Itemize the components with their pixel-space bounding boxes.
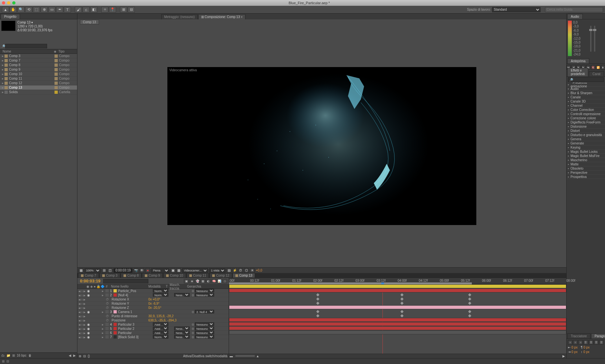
zoom-in-icon[interactable]: ▲ <box>256 354 259 358</box>
puppet-tool[interactable]: 📍 <box>109 7 116 13</box>
project-item[interactable]: ▸Comp 7Compo <box>0 58 77 63</box>
property-row[interactable]: ◀◇▶⏱Rotazione Y0x -6,9° <box>77 301 229 306</box>
bpc-label[interactable]: 16 bpc <box>17 354 26 357</box>
effects-panel-tab[interactable]: Effetti e predefiniti <box>567 68 588 76</box>
effect-category[interactable]: Perspective <box>567 171 605 175</box>
layer-bar[interactable] <box>229 305 566 309</box>
auto-keyframe[interactable]: ◇ <box>222 279 227 283</box>
scroll-right-icon[interactable]: ▶ <box>562 354 565 358</box>
timeline-tab[interactable]: Comp 7 <box>78 273 99 278</box>
timeline-tab[interactable]: Comp 10 <box>163 273 186 278</box>
resolution-select[interactable]: Piena <box>151 268 169 273</box>
effect-category[interactable]: Blur & Sharpen <box>567 91 605 95</box>
layer-bar[interactable] <box>229 326 566 330</box>
new-folder-icon[interactable]: 📁 <box>6 354 10 357</box>
justify-right[interactable]: ≣ <box>594 340 599 345</box>
tracker-panel-tab[interactable]: Tracciatore <box>567 333 590 339</box>
align-center[interactable]: ≡ <box>573 340 578 345</box>
flowchart-button[interactable]: ⬡ <box>244 268 249 273</box>
property-row[interactable]: ◀◇▶⏱Rotazione X0x +0,0° <box>77 297 229 301</box>
layer-row[interactable]: ◀◇▶ ◉ ▸ 2 [Null 4] Norm… Ness… ⊚ Nessuno <box>77 293 229 297</box>
close-window[interactable] <box>2 1 5 5</box>
rotate-tool[interactable]: ⟲ <box>25 7 32 13</box>
effect-category[interactable]: Distort <box>567 129 605 133</box>
layer-bar[interactable] <box>229 322 566 326</box>
roto-tool[interactable]: ✧ <box>101 7 108 13</box>
minimize-window[interactable] <box>7 1 10 5</box>
ram-preview-button[interactable]: ⏵ <box>601 65 605 70</box>
zoom-window[interactable] <box>12 1 15 5</box>
comp-name[interactable]: Comp 13 ▾ <box>17 21 52 25</box>
effect-category[interactable]: * Predefiniti animazione <box>567 83 605 87</box>
align-right[interactable]: ≡ <box>578 340 583 345</box>
exposure-value[interactable]: +0,0 <box>256 269 262 272</box>
align-left[interactable]: ≡ <box>568 340 572 345</box>
shape-tool[interactable]: ▭ <box>48 7 55 13</box>
effect-category[interactable]: Controlli espressione <box>567 112 605 116</box>
toggle-modes-icon[interactable]: ⊟ <box>83 354 86 358</box>
col-name[interactable]: Nome <box>3 50 54 53</box>
timeline-search[interactable] <box>103 279 148 283</box>
indent-first[interactable]: 0 px <box>583 346 590 349</box>
hide-shy[interactable]: 👻 <box>195 279 200 283</box>
pen-tool[interactable]: ✒ <box>56 7 63 13</box>
interpret-icon[interactable]: 🗀 <box>1 354 5 357</box>
motion-blur[interactable]: ◐ <box>206 279 211 283</box>
zoom-slider[interactable] <box>235 355 255 357</box>
layer-row[interactable]: ◀◇▶ ◉ ▸ 5 Particular 2 Aggi… Ness… ⊚ Nes… <box>77 327 229 331</box>
volume-left[interactable] <box>590 26 591 52</box>
layer-row[interactable]: ◀◇▶ ◉ ▸ 1 Particle_Pos Norm… ⊚ Nessuno <box>77 289 229 293</box>
views-select[interactable]: 1 vista <box>209 268 225 273</box>
pixel-aspect[interactable]: ▤ <box>227 268 231 273</box>
effect-category[interactable]: Canale 3D <box>567 99 605 103</box>
composition-canvas[interactable]: Videocamera attiva <box>167 67 476 225</box>
workspace-select[interactable]: Standard <box>492 7 541 12</box>
effect-category[interactable]: Magic Bullet MisFire <box>567 154 605 158</box>
layer-bar[interactable] <box>229 284 566 288</box>
effect-category[interactable]: Channel <box>567 103 605 108</box>
project-item[interactable]: ▸Comp 9Compo <box>0 67 77 72</box>
project-item[interactable]: ▸Comp 3Compo <box>0 54 77 58</box>
zoom-out-icon[interactable]: ▬ <box>230 354 233 358</box>
effect-category[interactable]: Prospettiva <box>567 175 605 179</box>
text-tool[interactable]: T <box>64 7 71 13</box>
clone-tool[interactable]: ⎌ <box>83 7 90 13</box>
camera-tool[interactable]: ⬚ <box>33 7 40 13</box>
justify-left[interactable]: ≣ <box>583 340 588 345</box>
property-row[interactable]: ◀◇▶⏱Posizione638,5, -35,6, -394,3 <box>77 318 229 322</box>
timeline-time[interactable]: 0:00:03:19 <box>79 279 102 283</box>
col-type[interactable]: Tipo <box>58 50 74 53</box>
layer-row[interactable]: ◀◇▶ ◉ ▸ 7 [Black Solid 3] Norm… Ness… ⊚ … <box>77 335 229 339</box>
space-after[interactable]: 0 px <box>583 350 590 354</box>
justify-all[interactable]: ≣ <box>599 340 604 345</box>
effect-category[interactable]: Disturbo e granulosità <box>567 133 605 137</box>
status-icon-2[interactable]: ⊟ <box>6 359 9 363</box>
hand-tool[interactable]: ✋ <box>10 7 17 13</box>
effect-category[interactable]: Correzione colore <box>567 116 605 120</box>
project-item[interactable]: ▸Comp 12Compo <box>0 81 77 85</box>
graph-editor[interactable]: 📊 <box>217 279 222 283</box>
timeline-tab[interactable]: Comp 13 <box>233 273 255 278</box>
eraser-tool[interactable]: ◧ <box>90 7 97 13</box>
project-item[interactable]: ▸Comp 13Compo <box>0 85 77 90</box>
indent-left[interactable]: 0 px <box>571 346 578 349</box>
preview-panel-tab[interactable]: Anteprima <box>567 58 589 64</box>
timeline-tab[interactable]: Comp 9 <box>142 273 163 278</box>
transparency-button[interactable]: ▦ <box>176 268 181 273</box>
timeline-tab[interactable]: Comp 8 <box>121 273 142 278</box>
audio-panel-tab[interactable]: Audio <box>567 14 583 19</box>
channel-button[interactable]: ● <box>145 268 150 273</box>
effect-category[interactable]: Keying <box>567 145 605 150</box>
effect-category[interactable]: Canale <box>567 95 605 99</box>
timeline-button[interactable]: ⏱ <box>238 268 243 273</box>
footage-tab[interactable]: Metraggio: (nessuno) <box>161 14 198 19</box>
effect-category[interactable]: Distorsione <box>567 124 605 129</box>
effect-category[interactable]: Mascherino <box>567 158 605 162</box>
layer-row[interactable]: ◀◇▶ ◉ ▸ 4 Particular 3 Aggi… ⊚ Nessuno <box>77 322 229 327</box>
layer-bar[interactable] <box>229 318 566 322</box>
grid-toggle[interactable]: ⊟ <box>128 7 135 13</box>
comp-subtab[interactable]: Comp 13 <box>80 20 99 25</box>
help-search[interactable] <box>545 7 603 12</box>
exposure-reset[interactable]: ☀ <box>250 268 254 273</box>
brush-tool[interactable]: 🖌 <box>75 7 82 13</box>
